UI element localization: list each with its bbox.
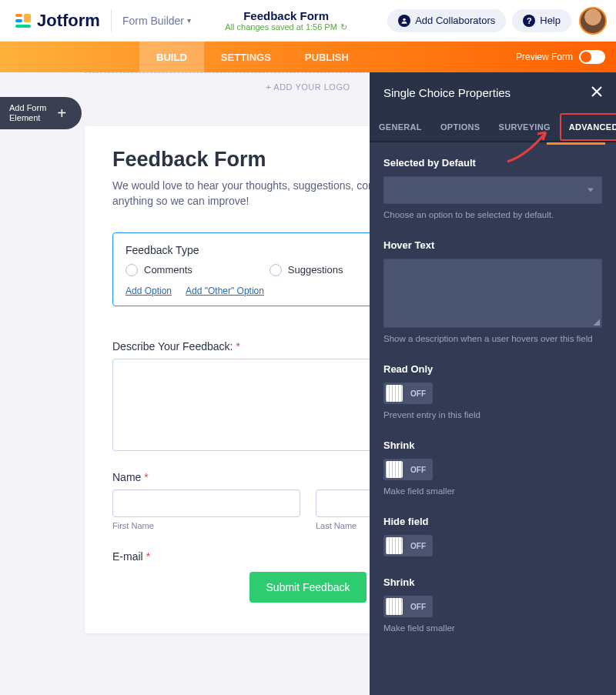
svg-point-4 [403, 18, 406, 20]
close-panel-button[interactable] [591, 85, 602, 101]
readonly-label: Read Only [383, 363, 602, 375]
first-name-input[interactable] [112, 490, 300, 517]
readonly-hint: Prevent entry in this field [383, 410, 602, 419]
toggle-handle-icon [386, 537, 403, 554]
preview-form-toggle[interactable]: Preview Form [505, 42, 616, 72]
shrink-toggle[interactable]: OFF [383, 459, 433, 480]
properties-panel: Single Choice Properties GENERAL OPTIONS… [370, 72, 616, 695]
panel-tab-options[interactable]: OPTIONS [431, 113, 490, 141]
add-form-element-button[interactable]: Add Form Element + [0, 97, 82, 129]
close-icon [591, 86, 602, 97]
refresh-icon: ↻ [340, 22, 347, 32]
preview-label: Preview Form [516, 52, 573, 62]
selected-default-hint: Choose an option to be selected by defau… [383, 210, 602, 219]
toggle-handle-icon [386, 461, 403, 478]
svg-rect-3 [15, 25, 31, 28]
radio-suggestions[interactable]: Suggestions [270, 264, 343, 276]
shrink-hint: Make field smaller [383, 486, 602, 496]
svg-rect-2 [24, 14, 31, 22]
logo-text: Jotform [37, 11, 100, 31]
save-status: All changes saved at 1:56 PM↻ [191, 22, 381, 32]
hidefield-toggle[interactable]: OFF [383, 535, 433, 556]
avatar[interactable] [579, 7, 607, 35]
toggle-handle-icon [386, 385, 403, 402]
shrink2-toggle[interactable]: OFF [383, 596, 433, 617]
panel-title: Single Choice Properties [383, 86, 511, 99]
shrink2-label: Shrink [383, 576, 602, 588]
help-icon: ? [523, 15, 535, 27]
logo[interactable]: Jotform [14, 11, 100, 31]
breadcrumb[interactable]: Form Builder ▾ [122, 15, 191, 27]
panel-tab-general[interactable]: GENERAL [370, 113, 431, 141]
toggle-handle-icon [386, 598, 403, 615]
hidefield-label: Hide field [383, 516, 602, 527]
add-other-option-link[interactable]: Add "Other" Option [186, 286, 264, 296]
radio-comments[interactable]: Comments [126, 264, 192, 276]
help-label: Help [540, 15, 561, 26]
tab-publish[interactable]: PUBLISH [288, 42, 366, 72]
first-name-sublabel: First Name [112, 521, 300, 530]
panel-tab-surveying[interactable]: SURVEYING [490, 113, 560, 141]
tab-build[interactable]: BUILD [139, 42, 204, 72]
shrink2-hint: Make field smaller [383, 623, 602, 633]
radio-icon [126, 264, 138, 276]
help-button[interactable]: ? Help [512, 9, 571, 32]
add-collaborators-button[interactable]: Add Collaborators [387, 9, 506, 32]
toggle-icon [579, 50, 605, 64]
jotform-logo-icon [14, 12, 32, 30]
breadcrumb-label: Form Builder [122, 15, 184, 27]
hover-text-textarea[interactable] [383, 259, 602, 328]
svg-rect-0 [15, 14, 22, 17]
hover-text-label: Hover Text [383, 239, 602, 251]
collab-label: Add Collaborators [415, 15, 495, 26]
selected-default-label: Selected by Default [383, 157, 602, 169]
submit-button[interactable]: Submit Feedback [249, 572, 367, 603]
readonly-toggle[interactable]: OFF [383, 383, 433, 404]
separator [111, 10, 112, 32]
header-form-title[interactable]: Feedback Form [191, 9, 381, 22]
panel-tab-advanced[interactable]: ADVANCED [560, 113, 616, 141]
hover-text-hint: Show a description when a user hovers ov… [383, 334, 602, 343]
selected-default-select[interactable] [383, 176, 602, 204]
add-elem-label: Add Form Element [9, 103, 46, 123]
tab-settings[interactable]: SETTINGS [204, 42, 288, 72]
plus-icon: + [52, 104, 71, 122]
radio-icon [270, 264, 282, 276]
add-option-link[interactable]: Add Option [126, 286, 172, 296]
user-icon [398, 15, 410, 27]
svg-rect-1 [15, 19, 22, 22]
shrink-label: Shrink [383, 439, 602, 451]
